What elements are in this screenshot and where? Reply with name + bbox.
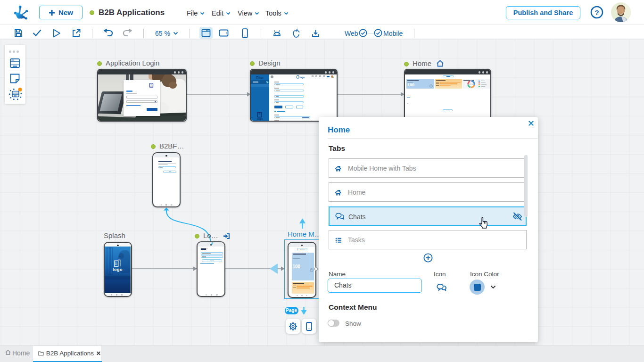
- svg-text:logo: logo: [257, 117, 263, 120]
- svg-text:logo: logo: [300, 76, 305, 79]
- svg-text:logo: logo: [149, 86, 154, 88]
- svg-text:188,00: 188,00: [469, 83, 474, 85]
- svg-text:logo: logo: [259, 77, 264, 79]
- svg-text:?: ?: [594, 8, 599, 16]
